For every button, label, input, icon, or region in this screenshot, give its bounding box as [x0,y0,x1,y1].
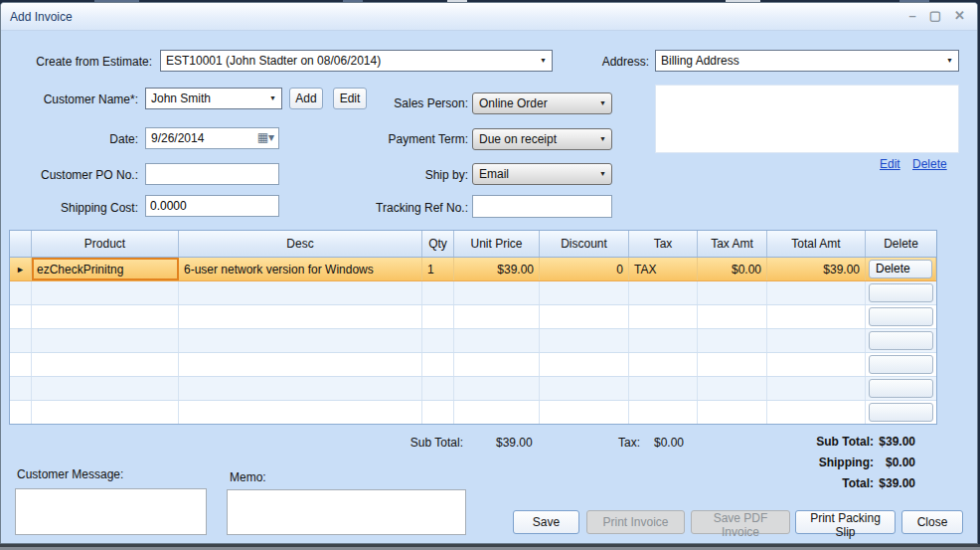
col-header-desc[interactable]: Desc [179,231,422,257]
cell-tax-amt[interactable]: $0.00 [698,258,767,280]
center-tax-label: Tax: [597,436,640,450]
col-header-total-amt[interactable]: Total Amt [767,231,866,257]
center-subtotal-value: $39.00 [496,436,533,450]
cell-unit-price[interactable]: $39.00 [454,258,540,280]
address-value: Billing Address [661,54,739,68]
chevron-down-icon: ▼ [946,57,953,64]
date-label: Date: [59,132,138,146]
summary-shipping-label: Shipping: [754,456,874,469]
screen: Add Invoice – ▢ ✕ Create from Estimate: … [0,0,980,550]
customer-message-input[interactable] [15,488,207,535]
save-pdf-invoice-button[interactable]: Save PDF Invoice [691,510,790,534]
cell-desc[interactable]: 6-user network version for Windows [179,258,422,280]
tracking-ref-label: Tracking Ref No.: [349,201,468,215]
table-row-empty[interactable] [10,281,936,305]
table-row-empty[interactable] [10,305,936,329]
delete-row-button[interactable]: Delete [869,260,932,278]
col-header-qty[interactable]: Qty [422,231,454,257]
table-row-empty[interactable] [10,377,936,401]
summary-subtotal-label: Sub Total: [754,435,874,449]
save-button[interactable]: Save [513,510,579,534]
customer-po-input[interactable] [145,163,279,185]
chevron-down-icon: ▼ [269,94,276,101]
create-from-estimate-select[interactable]: EST10001 (John Stadter on 08/06/2014) ▼ [160,50,553,72]
col-header-tax-amt[interactable]: Tax Amt [698,231,767,257]
delete-row-button[interactable] [869,355,933,374]
row-selector-arrow-icon: ► [16,265,25,275]
cell-product[interactable]: ezCheckPrinitng [32,258,179,280]
cell-qty[interactable]: 1 [422,258,454,280]
table-row-empty[interactable] [10,401,936,424]
minimize-icon[interactable]: – [909,8,916,23]
row-selector-header [10,231,32,257]
summary-subtotal-value: $39.00 [872,435,915,449]
print-packing-slip-button[interactable]: Print Packing Slip [795,510,896,534]
col-header-discount[interactable]: Discount [540,231,629,257]
chevron-down-icon: ▼ [599,99,606,106]
cell-tax[interactable]: TAX [629,258,698,280]
customer-name-value: John Smith [151,92,211,105]
table-row-selected[interactable]: ► ezCheckPrinitng 6-user network version… [10,258,936,281]
shipping-cost-input[interactable] [145,195,279,217]
table-row-empty[interactable] [10,329,936,353]
ship-by-select[interactable]: Email ▼ [472,163,612,185]
center-tax-value: $0.00 [654,436,684,450]
col-header-tax[interactable]: Tax [629,231,698,257]
date-picker[interactable]: 9/26/2014 ▦▾ [145,127,279,149]
payment-term-label: Payment Term: [369,132,468,146]
customer-message-label: Customer Message: [17,467,156,481]
ship-by-label: Ship by: [389,168,468,182]
shipping-cost-label: Shipping Cost: [9,201,138,215]
address-edit-link[interactable]: Edit [880,157,900,171]
delete-row-button[interactable] [869,379,933,398]
title-bar[interactable]: Add Invoice – ▢ ✕ [1,3,977,31]
customer-po-label: Customer PO No.: [9,168,138,182]
chevron-down-icon: ▼ [599,170,606,177]
col-header-unit-price[interactable]: Unit Price [454,231,540,257]
tracking-ref-input[interactable] [472,195,612,218]
delete-row-button[interactable] [869,307,933,326]
col-header-product[interactable]: Product [32,231,179,257]
add-customer-button[interactable]: Add [289,88,323,109]
grid-header-row: Product Desc Qty Unit Price Discount Tax… [10,231,936,258]
cell-total-amt[interactable]: $39.00 [767,258,866,280]
center-subtotal-label: Sub Total: [384,436,463,450]
summary-total-value: $39.00 [872,476,915,490]
edit-customer-button[interactable]: Edit [333,88,367,109]
close-button[interactable]: Close [901,510,963,534]
row-selector-cell[interactable]: ► [10,258,32,280]
address-text-box[interactable] [655,85,959,153]
customer-name-label: Customer Name*: [9,92,138,106]
line-items-grid: Product Desc Qty Unit Price Discount Tax… [9,230,937,425]
print-invoice-button[interactable]: Print Invoice [586,510,685,534]
sales-person-label: Sales Person: [379,96,468,110]
customer-name-select[interactable]: John Smith ▼ [145,88,282,109]
delete-row-button[interactable] [869,331,933,350]
address-select[interactable]: Billing Address ▼ [655,50,959,72]
sales-person-value: Online Order [479,96,548,110]
table-row-empty[interactable] [10,353,936,377]
address-delete-link[interactable]: Delete [912,157,947,171]
address-label: Address: [570,55,649,69]
sales-person-select[interactable]: Online Order ▼ [472,92,612,114]
create-from-estimate-value: EST10001 (John Stadter on 08/06/2014) [166,54,381,68]
chevron-down-icon: ▼ [540,57,547,64]
close-icon[interactable]: ✕ [954,8,965,23]
create-from-estimate-label: Create from Estimate: [9,55,152,69]
cell-discount[interactable]: 0 [540,258,629,280]
delete-row-button[interactable] [869,403,933,422]
col-header-delete[interactable]: Delete [866,231,936,257]
payment-term-value: Due on receipt [479,132,557,146]
chevron-down-icon: ▼ [599,135,606,142]
add-invoice-dialog: Add Invoice – ▢ ✕ Create from Estimate: … [0,2,978,544]
memo-input[interactable] [227,489,466,535]
summary-shipping-value: $0.00 [872,456,915,469]
date-value: 9/26/2014 [151,131,204,145]
dialog-title: Add Invoice [10,10,73,24]
calendar-icon[interactable]: ▦▾ [257,130,274,144]
ship-by-value: Email [479,167,509,181]
maximize-icon[interactable]: ▢ [929,8,941,23]
payment-term-select[interactable]: Due on receipt ▼ [472,128,612,150]
summary-total-label: Total: [754,476,874,490]
delete-row-button[interactable] [869,283,933,302]
